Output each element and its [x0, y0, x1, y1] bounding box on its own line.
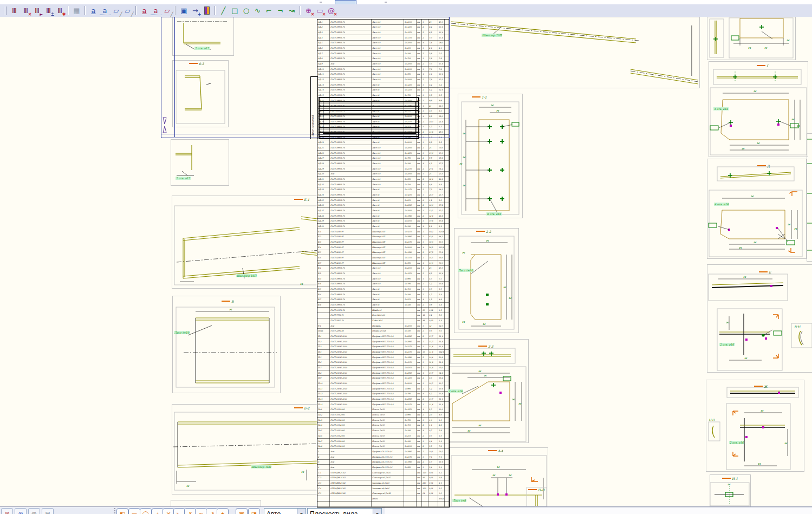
- table-row[interactable]: В-1ГОСТ 19903-74Лист t10L=2000мм12525,0: [317, 266, 449, 271]
- dimension-handle-marker[interactable]: [162, 116, 167, 134]
- table-row[interactable]: С-2ОТВ АДМ 25-82Самосверл ⌀5,5×25мм800,0…: [317, 475, 449, 480]
- table-row[interactable]: Б-2ГОСТ 8240-97Швеллер 16ПL=2985мм242,18…: [317, 235, 449, 240]
- rectangle-tool-icon[interactable]: □: [230, 5, 241, 16]
- view-right-i[interactable]: И-1 ⋈: [710, 474, 751, 507]
- table-row[interactable]: АД-36ГОСТ 19903-74Лист t8L=2985мм218,637…: [317, 203, 449, 209]
- table-row[interactable]: Б-1ГОСТ 8240-97Швеллер 16ПL=4270мм260,21…: [317, 229, 449, 235]
- table-row[interactable]: Гн-5ГОСТ 103-2006Полоса 5×50L=340мм40,72…: [317, 428, 449, 433]
- align-dimensions-delete-icon[interactable]: Ⅲ×: [21, 5, 31, 16]
- table-row[interactable]: Гн-7ГОСТ 103-2006Полоса 5×50L=180мм10,40…: [317, 439, 449, 444]
- view-right-e[interactable]: Е ⋈: [707, 264, 812, 373]
- table-row[interactable]: Б-4ГОСТ 8240-97Швеллер 16ПL=2000мм428,21…: [317, 245, 449, 250]
- freehand-curve-icon[interactable]: ↝: [287, 5, 297, 16]
- table-row[interactable]: ГОСТ 11371-78Шайба 16мм960,021,9: [317, 308, 449, 313]
- table-row[interactable]: АД-25ГОСТ 19903-74Лист t10L=2000мм22550,…: [317, 145, 449, 151]
- table-row[interactable]: В-6ГОСТ 19903-74Лист t8L=340мм21,73,4: [317, 292, 449, 297]
- table-row[interactable]: АД-39ГОСТ 19903-74Лист t8L=6050мм137,837…: [317, 219, 449, 224]
- polyline-corner2-icon[interactable]: ¬: [275, 5, 286, 16]
- table-row[interactable]: П-2ГОСТ 24045-2010Профлист Н57-750-0,8L=…: [317, 339, 449, 344]
- command-area[interactable]: [385, 507, 812, 514]
- view-detail-nn-small[interactable]: Н-Н: [527, 487, 547, 508]
- panel-geometry-icon[interactable]: ◧: [116, 508, 128, 514]
- table-row[interactable]: Р-1АсмПрофильL=2000мм11212,0: [317, 323, 449, 329]
- table-row[interactable]: П-14ГОСТ 24045-2010Профлист Н57-750-0,8L…: [317, 402, 449, 407]
- table-row[interactable]: В-2ГОСТ 19903-74Лист t10L=1250мм28,216,4: [317, 271, 449, 276]
- align-dimensions-icon[interactable]: Ⅲ: [9, 5, 20, 16]
- table-row[interactable]: В-7ГОСТ 19903-74Лист t8L=250мм41,24,8: [317, 297, 449, 303]
- toolbar-grip[interactable]: [114, 508, 115, 514]
- table-row[interactable]: АД-32ГОСТ 19903-74Лист t10L=700мм18,88,8: [317, 182, 449, 187]
- table-row[interactable]: АД-33ГОСТ 19903-74Лист t8L=1170мм27,314,…: [317, 187, 449, 193]
- table-row[interactable]: Б-5ГОСТ 8240-97Швеллер 16ПL=1980мм227,95…: [317, 250, 449, 256]
- selection-rectangle[interactable]: [161, 17, 450, 138]
- table-row[interactable]: АД-35ГОСТ 19903-74Лист t8L=250мм81,29,6: [317, 198, 449, 203]
- view-bolt-pattern[interactable]: 1-1 ⋈⋈ ⋈⋈⋈ ⋈: [458, 94, 523, 218]
- plugin-icon[interactable]: ⊟: [42, 508, 54, 514]
- view-edge-strip[interactable]: [807, 133, 812, 262]
- table-row[interactable]: Гн-1ГОСТ 103-2006Полоса 5×50L=1250мм42,5…: [317, 407, 449, 413]
- table-row[interactable]: С-4ОТВ АДМ 25-82Заклепка ⌀4,8×16мм1600,0…: [317, 486, 449, 491]
- table-row[interactable]: АД-34ГОСТ 19903-74Лист t8L=4270мм126,726…: [317, 192, 449, 198]
- mirror-style-blue2-icon[interactable]: ▱╱: [122, 5, 133, 16]
- table-row[interactable]: АД-40ГОСТ 19903-74Лист t8L=340мм42,18,4: [317, 224, 449, 229]
- report-icon[interactable]: ◍: [28, 508, 40, 514]
- table-row[interactable]: Итого874,6: [317, 496, 449, 502]
- toolbar-handle[interactable]: [4, 6, 7, 15]
- table-row[interactable]: П-8ГОСТ 24045-2010Профлист Н57-750-0,8L=…: [317, 370, 449, 376]
- table-row[interactable]: АД-31ГОСТ 19903-74Лист t10L=990мм212,424…: [317, 177, 449, 182]
- text-underline-red-icon[interactable]: a: [139, 5, 150, 16]
- panel-hatch-icon[interactable]: ≈: [195, 508, 207, 514]
- view-gusset[interactable]: 3-3 ⋈⋈⋈ ⋈⋈⋈: [445, 339, 529, 443]
- table-row[interactable]: [317, 502, 449, 507]
- text-dotted-red-icon[interactable]: a: [151, 6, 161, 15]
- table-row[interactable]: АД-30АсмЛист t10L=2000мм12525,0: [317, 171, 449, 177]
- ghost-selection-icon[interactable]: ▦: [72, 5, 82, 16]
- table-row[interactable]: ГОСТ 7798-70Болт М16×60мм480,29,6: [317, 313, 449, 318]
- table-row[interactable]: П-3ГОСТ 24045-2010Профлист Н57-750-0,8L=…: [317, 344, 449, 350]
- view-right-zh[interactable]: Ж ⋈⋈⋈: [706, 380, 804, 472]
- table-row[interactable]: 2АсмПрофиль С8-1150-0,6L=2170мм17,47,4: [317, 454, 449, 460]
- view-beams-top[interactable]: Швеллер 20П: [449, 17, 700, 88]
- table-row[interactable]: С-1ОТВ АДМ 25-82Самосверл ⌀5,5×25мм1200,…: [317, 470, 449, 476]
- view-plate-left[interactable]: В ⋈ Лист t=10: [172, 296, 281, 393]
- table-row[interactable]: П-6ГОСТ 24045-2010Профлист Н57-750-0,8L=…: [317, 360, 449, 366]
- table-row[interactable]: Б-3ГОСТ 8240-97Швеллер 16ПL=2170мм130,63…: [317, 239, 449, 245]
- table-row[interactable]: С-3ОТВ АДМ 25-82Заклепка ⌀4,8×16мм2400,0…: [317, 480, 449, 486]
- table-row[interactable]: 4АсмПрофиль С8-1150-0,6L=990мм13,43,4: [317, 465, 449, 470]
- table-row[interactable]: Гн-6ГОСТ 103-2006Полоса 5×50L=250мм20,51…: [317, 433, 449, 439]
- chevron-down-icon[interactable]: ▼: [373, 509, 381, 514]
- chevron-down-icon[interactable]: ▼: [297, 509, 306, 514]
- table-row[interactable]: П-4ГОСТ 24045-2010Профлист Н57-750-0,8L=…: [317, 349, 449, 355]
- kompas-compass-icon[interactable]: ⊛: [1, 508, 13, 514]
- table-row[interactable]: ГОСТ 5915-70Гайка М16мм480,031,4: [317, 318, 449, 323]
- view-plane-combo[interactable]: Плоскость вида ▼: [307, 508, 382, 514]
- polyline-corner-icon[interactable]: ⌐: [264, 5, 275, 16]
- table-row[interactable]: П-9ГОСТ 24045-2010Профлист Н57-750-0,8L=…: [317, 376, 449, 381]
- align-dimensions-branch-icon[interactable]: Ⅲ±: [43, 5, 54, 16]
- view-angle[interactable]: 2 отв. ⌀12: [171, 139, 229, 186]
- view-right-top[interactable]: ⋈⋈⋈: [707, 17, 796, 60]
- table-row[interactable]: В-4ГОСТ 19903-74Лист t10L=790мм25,210,4: [317, 282, 449, 287]
- table-row[interactable]: ПокрГОСТ 2292-88Планка 25×28L=180мм20,30…: [317, 329, 449, 334]
- view-beam-left[interactable]: Б-1 ⋈ Швеллер 16П: [172, 196, 328, 289]
- table-row[interactable]: АД-38ГОСТ 19903-74Лист t8L=1980мм212,424…: [317, 213, 449, 219]
- spline-tool-icon[interactable]: ∿: [252, 5, 263, 16]
- table-row[interactable]: АД-29ГОСТ 19903-74Лист t10L=2170мм227,15…: [317, 166, 449, 172]
- mirror-style-blue-icon[interactable]: ▱╱: [111, 5, 122, 16]
- table-row[interactable]: АД-37ГОСТ 19903-74Лист t8L=2000мм112,512…: [317, 208, 449, 213]
- panel-arrow-icon[interactable]: ↗: [206, 508, 218, 514]
- style-pencil-icon[interactable]: [202, 5, 212, 16]
- move-plus-icon[interactable]: →+: [190, 5, 201, 16]
- table-row[interactable]: Гн-3ГОСТ 103-2006Полоса 5×50L=790мм11,61…: [317, 418, 449, 423]
- panel-view-icon[interactable]: ▣: [236, 508, 248, 514]
- table-row[interactable]: 1АсмПрофиль С8-1150-0,6L=2985мм210,120,2: [317, 449, 449, 454]
- view-beam-left-2[interactable]: Б-2 ⋈⋈ Швеллер 16П: [172, 404, 328, 495]
- delete-attribute-icon[interactable]: @×: [326, 5, 337, 16]
- table-row[interactable]: АД-27ГОСТ 19903-74Лист t10L=790мм29,919,…: [317, 155, 449, 161]
- table-row[interactable]: П-11ГОСТ 24045-2010Профлист Н57-750-0,8L…: [317, 386, 449, 392]
- table-row[interactable]: В-3ГОСТ 19903-74Лист t10L=990мм16,56,5: [317, 276, 449, 282]
- delete-frame-icon[interactable]: ▭×: [315, 5, 326, 16]
- table-row[interactable]: П-7ГОСТ 24045-2010Профлист Н57-750-0,8L=…: [317, 365, 449, 370]
- table-row[interactable]: П-5ГОСТ 24045-2010Профлист Н57-750-0,8L=…: [317, 355, 449, 360]
- drawing-canvas[interactable]: 2 отв. ⌀12 0-3 2 отв: [0, 17, 812, 506]
